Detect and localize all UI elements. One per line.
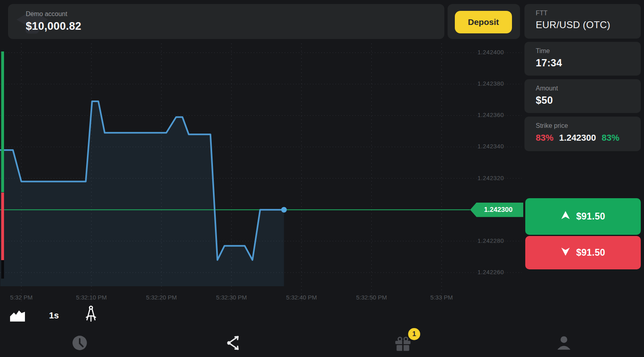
gift-badge: 1 (408, 328, 420, 340)
share-arrows-icon (226, 335, 241, 352)
instrument-card[interactable]: FTT EUR/USD (OTC) (524, 4, 641, 39)
drawing-tools-button[interactable] (83, 305, 99, 324)
history-button[interactable] (72, 335, 88, 351)
strike-price-tag: 1.242300 (470, 203, 523, 217)
strike-label: Strike price (536, 122, 568, 129)
arrow-up-icon (561, 211, 570, 222)
instrument-type-label: FTT (536, 10, 547, 17)
time-value: 17:34 (536, 57, 562, 69)
sell-payout: $91.50 (576, 247, 605, 258)
x-axis-label: 5:32:50 PM (343, 294, 400, 301)
account-balance: $10,000.82 (26, 20, 81, 33)
amount-label: Amount (536, 85, 558, 92)
x-axis-label: 5:32:20 PM (133, 294, 190, 301)
sell-down-button[interactable]: $91.50 (525, 236, 641, 269)
x-axis-label: 5:32:40 PM (273, 294, 330, 301)
y-axis-label: 1.242320 (456, 174, 504, 181)
y-axis-label: 1.242260 (456, 269, 504, 275)
area-chart-icon (10, 310, 25, 323)
y-axis-label: 1.242400 (456, 49, 504, 55)
account-type-label: Demo account (26, 10, 67, 18)
trades-button[interactable] (225, 335, 242, 351)
y-axis-label: 1.242360 (456, 111, 504, 118)
payout-percent-up: 83% (602, 133, 619, 143)
y-axis-label: 1.242280 (456, 237, 504, 244)
price-area-fill (0, 101, 284, 286)
strike-price-card[interactable]: Strike price 83% 1.242300 83% (524, 117, 641, 151)
amount-value: $50 (536, 94, 553, 106)
compass-icon (84, 305, 98, 324)
chart-type-button[interactable] (10, 310, 26, 322)
deposit-panel: Deposit (448, 4, 520, 39)
account-panel[interactable]: Demo account $10,000.82 (8, 4, 444, 39)
buy-up-button[interactable]: $91.50 (525, 198, 641, 235)
gifts-button[interactable] (394, 336, 412, 352)
sentiment-bar-rest (1, 260, 4, 279)
y-axis-label: 1.242380 (456, 80, 504, 87)
expiry-time-card[interactable]: Time 17:34 (524, 42, 641, 76)
time-label: Time (536, 47, 550, 55)
sentiment-bar-sellers (1, 193, 4, 260)
x-axis-label: 5:33 PM (413, 294, 470, 301)
x-axis-label: 5:32 PM (0, 294, 50, 301)
strike-value: 1.242300 (559, 133, 596, 143)
profile-button[interactable] (555, 335, 572, 351)
arrow-down-icon (561, 247, 570, 258)
trading-app: 1.2424001.2423801.2423601.2423401.242320… (0, 0, 644, 357)
x-axis-label: 5:32:30 PM (203, 294, 260, 301)
amount-card[interactable]: Amount $50 (524, 79, 641, 113)
timeframe-button[interactable]: 1s (44, 309, 64, 322)
clock-icon (72, 335, 87, 352)
y-axis-label: 1.242340 (456, 143, 504, 150)
person-icon (556, 335, 572, 352)
deposit-button[interactable]: Deposit (455, 11, 512, 33)
buy-payout: $91.50 (576, 211, 605, 222)
current-price-dot (281, 207, 287, 213)
strike-row: 83% 1.242300 83% (536, 133, 619, 143)
instrument-name: EUR/USD (OTC) (536, 19, 610, 31)
x-axis-label: 5:32:10 PM (63, 294, 120, 301)
payout-percent-down: 83% (536, 133, 553, 143)
sentiment-bar-buyers (1, 51, 4, 192)
gift-icon (394, 336, 411, 353)
price-chart[interactable] (0, 0, 523, 357)
